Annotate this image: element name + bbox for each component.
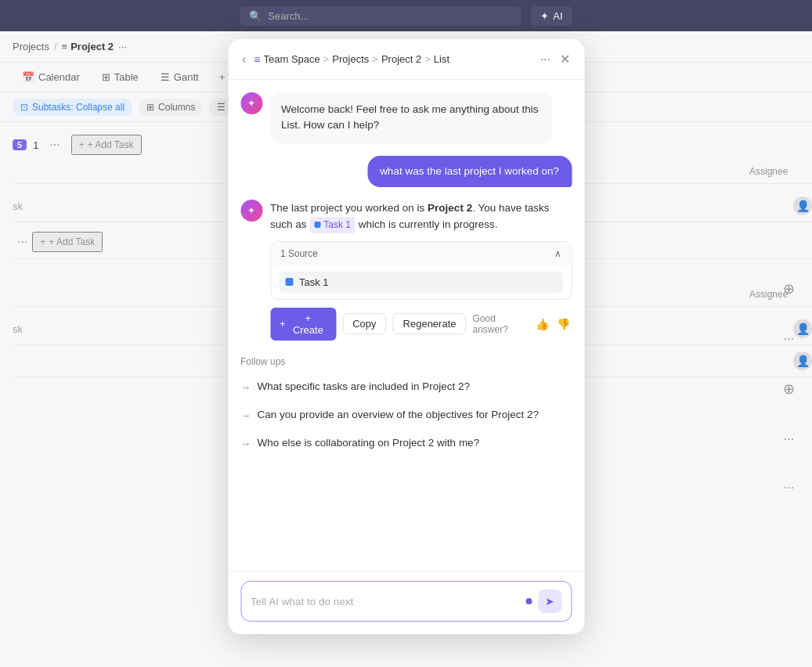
chevron-up-icon: ∧ (554, 248, 561, 259)
breadcrumb-project2: Project 2 (381, 53, 421, 65)
followup-item-2[interactable]: → Can you provide an overview of the obj… (240, 402, 572, 430)
source-body: Task 1 (271, 265, 571, 299)
modal-sep2: > (372, 53, 378, 65)
modal-input-area: ➤ (228, 571, 584, 634)
breadcrumb-projects: Projects (332, 53, 369, 65)
action-buttons: + + Create Copy Regenerate Good answer? … (270, 308, 572, 341)
task-pill-label: Task 1 (323, 218, 351, 233)
user-bubble-1: what was the last project I worked on? (367, 156, 572, 187)
project-name-bold: Project 2 (428, 202, 472, 214)
source-header[interactable]: 1 Source ∧ (271, 242, 571, 265)
send-button[interactable]: ➤ (538, 589, 561, 613)
welcome-text: Welcome back! Feel free to ask me anythi… (281, 103, 538, 131)
ai-response-content: The last project you worked on is Projec… (270, 200, 572, 341)
user-message-1: what was the last project I worked on? (240, 156, 572, 187)
followup-item-3[interactable]: → Who else is collaborating on Project 2… (240, 430, 572, 458)
modal-back-button[interactable]: ‹ (240, 51, 247, 68)
source-task-label: Task 1 (299, 276, 329, 288)
input-dot-indicator (525, 598, 532, 604)
good-answer-section: Good answer? 👍 👎 (473, 313, 572, 335)
regenerate-button[interactable]: Regenerate (393, 313, 467, 334)
followups-section: Follow ups → What specific tasks are inc… (240, 356, 572, 458)
followup-text-3: Who else is collaborating on Project 2 w… (258, 436, 480, 451)
modal-actions: ··· ✕ (539, 50, 572, 68)
followup-text-1: What specific tasks are included in Proj… (258, 380, 471, 395)
modal-more-button[interactable]: ··· (539, 51, 552, 68)
ai-chat-modal: ‹ ≡ Team Space > Projects > Project 2 > … (228, 39, 584, 634)
user-question-text: what was the last project I worked on? (380, 165, 559, 177)
modal-sep3: > (424, 53, 431, 65)
ai-star-icon-2: ✦ (247, 205, 255, 216)
send-icon: ➤ (545, 595, 554, 608)
modal-close-button[interactable]: ✕ (558, 50, 572, 68)
create-button[interactable]: + + Create (270, 308, 336, 341)
good-answer-label: Good answer? (473, 313, 530, 335)
ai-response-text: The last project you worked on is Projec… (270, 200, 572, 233)
followups-label: Follow ups (240, 356, 572, 367)
modal-sep1: > (323, 53, 330, 65)
ai-avatar-1: ✦ (240, 92, 262, 114)
source-label: 1 Source (280, 248, 318, 259)
create-plus-icon: + (280, 318, 286, 330)
ai-input-field[interactable] (251, 596, 519, 608)
response-prefix: The last project you worked on is (270, 202, 428, 214)
followup-item-1[interactable]: → What specific tasks are included in Pr… (240, 373, 572, 402)
modal-input-wrapper: ➤ (240, 581, 572, 622)
source-card: 1 Source ∧ Task 1 (270, 241, 572, 300)
welcome-bubble: Welcome back! Feel free to ask me anythi… (270, 92, 552, 143)
thumbs-down-button[interactable]: 👎 (555, 316, 572, 332)
breadcrumb-team-space: Team Space (264, 53, 320, 65)
arrow-icon-2: → (240, 409, 251, 424)
regenerate-label: Regenerate (403, 318, 457, 330)
arrow-icon-1: → (240, 380, 251, 395)
copy-button[interactable]: Copy (342, 313, 386, 334)
task-pill-dot (314, 222, 320, 228)
modal-chat-area: ✦ Welcome back! Feel free to ask me anyt… (228, 80, 584, 571)
thumbs-up-button[interactable]: 👍 (534, 316, 550, 332)
source-task-dot (285, 278, 293, 286)
create-label: + Create (290, 312, 327, 336)
ai-star-icon-modal: ✦ (247, 98, 255, 109)
modal-nav: ‹ (240, 51, 247, 68)
modal-header: ‹ ≡ Team Space > Projects > Project 2 > … (228, 39, 584, 80)
modal-title: ≡ Team Space > Projects > Project 2 > Li… (254, 53, 532, 66)
source-task-item[interactable]: Task 1 (279, 272, 563, 293)
ai-response-1: ✦ The last project you worked on is Proj… (240, 200, 572, 341)
copy-label: Copy (352, 318, 376, 330)
ai-avatar-2: ✦ (240, 200, 262, 222)
task-pill: Task 1 (309, 217, 355, 233)
breadcrumb-list: List (434, 53, 449, 65)
list-icon: ≡ (254, 53, 260, 66)
followup-text-2: Can you provide an overview of the objec… (258, 408, 539, 423)
welcome-message: ✦ Welcome back! Feel free to ask me anyt… (240, 92, 572, 143)
arrow-icon-3: → (240, 437, 251, 452)
response-suffix: which is currently in progress. (355, 218, 498, 230)
